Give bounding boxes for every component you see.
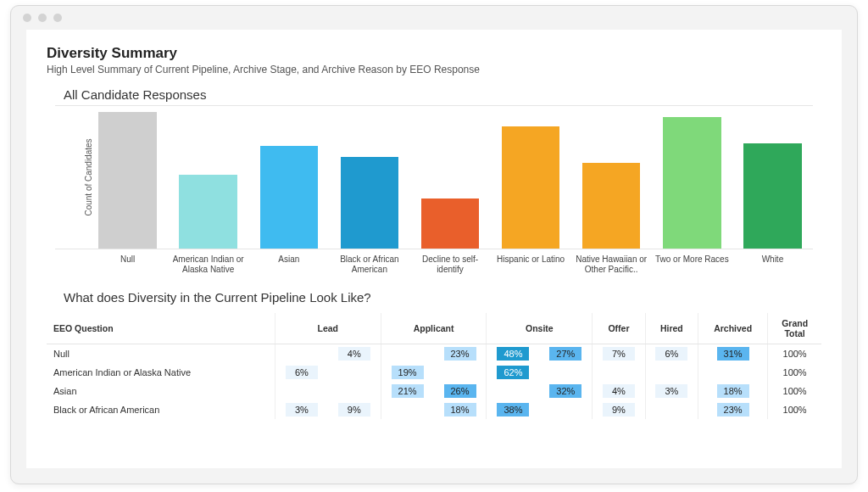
table-cell bbox=[539, 400, 592, 419]
table-row-label: Black or African American bbox=[47, 400, 275, 419]
table-cell bbox=[328, 382, 381, 400]
table-cell: 3% bbox=[275, 400, 327, 419]
table-column-header: Onsite bbox=[487, 313, 593, 344]
table-cell bbox=[645, 363, 698, 382]
bar-slot bbox=[248, 106, 329, 249]
table-cell: 32% bbox=[539, 382, 592, 400]
window-min-dot[interactable] bbox=[38, 14, 47, 22]
table-cell bbox=[487, 382, 539, 400]
table-cell bbox=[434, 363, 487, 382]
bar-slot bbox=[491, 106, 571, 249]
table-cell bbox=[381, 344, 433, 364]
table-cell: 26% bbox=[434, 382, 487, 400]
x-axis: NullAmerican Indian or Alaska NativeAsia… bbox=[87, 249, 813, 275]
bar-slot bbox=[409, 106, 490, 249]
table-cell: 100% bbox=[768, 344, 821, 364]
table-cell bbox=[645, 400, 698, 419]
bar-slot bbox=[87, 106, 168, 249]
window-close-dot[interactable] bbox=[23, 14, 31, 22]
table-column-header: Archived bbox=[698, 313, 768, 344]
bar-slot bbox=[571, 106, 652, 249]
chart-section-title: All Candidate Responses bbox=[64, 87, 821, 102]
table-cell: 23% bbox=[698, 400, 768, 419]
bar[interactable] bbox=[663, 117, 721, 249]
x-axis-label: Null bbox=[87, 249, 168, 275]
bar[interactable] bbox=[98, 112, 156, 249]
table-cell: 4% bbox=[593, 382, 645, 400]
table-cell bbox=[275, 344, 327, 364]
table-cell bbox=[328, 363, 381, 382]
table-row-label: Asian bbox=[47, 382, 275, 400]
table-column-header: Offer bbox=[593, 313, 645, 344]
table-cell bbox=[593, 363, 645, 382]
table-cell: 9% bbox=[328, 400, 381, 419]
table-section-title: What does Diversity in the Current Pipel… bbox=[64, 290, 821, 305]
bar-slot bbox=[652, 106, 732, 249]
table-row: American Indian or Alaska Native6%19%62%… bbox=[47, 363, 821, 382]
bar-slot bbox=[329, 106, 409, 249]
bar[interactable] bbox=[260, 146, 318, 249]
table-cell bbox=[275, 382, 327, 400]
app-window: Diversity Summary High Level Summary of … bbox=[10, 5, 858, 484]
table-row-header: EEO Question bbox=[47, 313, 275, 344]
table-column-header: Lead bbox=[275, 313, 381, 344]
table-row: Asian21%26%32%4%3%18%100% bbox=[47, 382, 821, 400]
bar-slot bbox=[168, 106, 248, 249]
pipeline-table: EEO Question LeadApplicantOnsiteOfferHir… bbox=[47, 313, 821, 419]
table-cell: 100% bbox=[768, 363, 821, 382]
table-cell: 100% bbox=[768, 382, 821, 400]
x-axis-label: Black or African American bbox=[329, 249, 409, 275]
bar-slot bbox=[732, 106, 813, 249]
bar[interactable] bbox=[341, 157, 398, 249]
bar[interactable] bbox=[421, 198, 479, 249]
x-axis-label: Decline to self-identify bbox=[409, 249, 490, 275]
table-column-header: Grand Total bbox=[768, 313, 821, 344]
window-max-dot[interactable] bbox=[53, 14, 62, 22]
table-row-label: Null bbox=[47, 344, 275, 364]
table-cell: 18% bbox=[434, 400, 487, 419]
table-cell: 4% bbox=[328, 344, 381, 364]
report-content: Diversity Summary High Level Summary of … bbox=[26, 30, 842, 468]
table-row-label: American Indian or Alaska Native bbox=[47, 363, 275, 382]
bar[interactable] bbox=[502, 126, 559, 249]
page-subtitle: High Level Summary of Current Pipeline, … bbox=[47, 64, 821, 75]
table-row: Null4%23%48%27%7%6%31%100% bbox=[47, 344, 821, 364]
table-cell: 21% bbox=[381, 382, 433, 400]
page-title: Diversity Summary bbox=[47, 45, 821, 62]
table-cell: 6% bbox=[275, 363, 327, 382]
table-cell: 62% bbox=[487, 363, 539, 382]
bar[interactable] bbox=[743, 143, 801, 249]
table-cell: 23% bbox=[434, 344, 487, 364]
table-cell bbox=[381, 400, 433, 419]
table-cell: 38% bbox=[487, 400, 539, 419]
table-cell bbox=[539, 363, 592, 382]
table-column-header: Hired bbox=[645, 313, 698, 344]
table-cell: 31% bbox=[698, 344, 768, 364]
bar[interactable] bbox=[582, 163, 640, 249]
table-cell: 9% bbox=[593, 400, 645, 419]
table-cell: 3% bbox=[645, 382, 698, 400]
table-cell: 48% bbox=[487, 344, 539, 364]
window-titlebar bbox=[11, 6, 857, 30]
bar-chart: Count of Candidates bbox=[55, 105, 813, 249]
table-cell: 18% bbox=[698, 382, 768, 400]
table-cell bbox=[698, 363, 768, 382]
x-axis-label: Hispanic or Latino bbox=[491, 249, 571, 275]
table-cell: 27% bbox=[539, 344, 592, 364]
table-cell: 19% bbox=[381, 363, 433, 382]
table-column-header: Applicant bbox=[381, 313, 487, 344]
x-axis-label: White bbox=[732, 249, 813, 275]
x-axis-label: Asian bbox=[248, 249, 329, 275]
bar[interactable] bbox=[179, 175, 236, 249]
table-row: Black or African American3%9%18%38%9%23%… bbox=[47, 400, 821, 419]
x-axis-label: Native Hawaiian or Other Pacific.. bbox=[571, 249, 652, 275]
table-cell: 6% bbox=[645, 344, 698, 364]
x-axis-label: American Indian or Alaska Native bbox=[168, 249, 248, 275]
table-cell: 100% bbox=[768, 400, 821, 419]
x-axis-label: Two or More Races bbox=[652, 249, 732, 275]
table-cell: 7% bbox=[593, 344, 645, 364]
